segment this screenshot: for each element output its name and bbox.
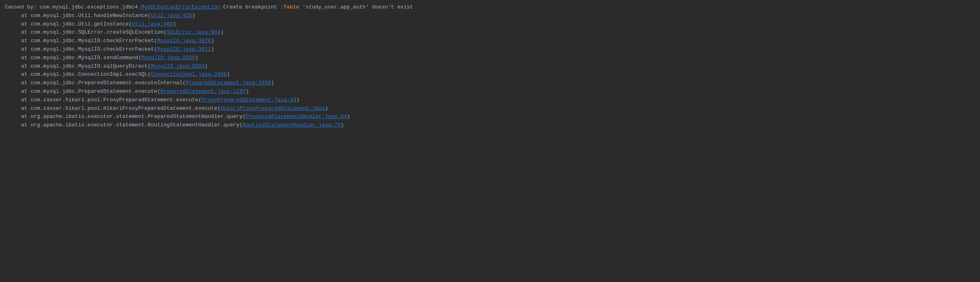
- frame-9-prefix: at com.mysql.jdbc.PreparedStatement.: [21, 88, 135, 96]
- frame-9-method: execute: [135, 88, 157, 96]
- frame-13-method: query: [224, 121, 239, 130]
- frame-5-method: sendCommand: [103, 54, 138, 62]
- create-breakpoint-separator: [220, 3, 224, 12]
- frame-5-open: (: [138, 54, 142, 62]
- frame-12-prefix: at org.apache.ibatis.executor.statement.…: [21, 113, 227, 121]
- frame-1-open: (: [129, 20, 132, 29]
- frame-11-method: execute: [195, 105, 217, 113]
- frame-4-prefix: at com.mysql.jdbc.MysqlIO.: [21, 45, 103, 54]
- stack-frame-2: at com.mysql.jdbc.SQLError.createSQLExce…: [5, 28, 975, 37]
- frame-0-close: ): [192, 12, 195, 20]
- frame-4-close: ): [211, 45, 214, 54]
- frame-10-link[interactable]: ProxyPreparedStatement.java:44: [202, 96, 297, 105]
- stack-frame-7: at com.mysql.jdbc.ConnectionImpl.execSQL…: [5, 70, 975, 79]
- frame-1-close: ): [173, 20, 176, 29]
- frame-0-prefix: at com.mysql.jdbc.Util.: [21, 12, 94, 20]
- frame-9-link[interactable]: PreparedStatement.java:1197: [160, 88, 246, 96]
- error-container: Caused by: com.mysql.jdbc.exceptions.jdb…: [5, 3, 975, 130]
- frame-1-prefix: at com.mysql.jdbc.Util.: [21, 20, 94, 29]
- stack-frame-11: at com.zaxxer.hikari.pool.HikariProxyPre…: [5, 105, 975, 113]
- frame-5-prefix: at com.mysql.jdbc.MysqlIO.: [21, 54, 103, 62]
- frame-7-close: ): [227, 70, 230, 79]
- frame-3-close: ): [211, 37, 214, 45]
- stack-frame-10: at com.zaxxer.hikari.pool.ProxyPreparedS…: [5, 96, 975, 105]
- frame-11-open: (: [217, 105, 221, 113]
- frame-7-prefix: at com.mysql.jdbc.ConnectionImpl.: [21, 70, 125, 79]
- caused-by-prefix: Caused by: com.mysql.jdbc.exceptions.jdb…: [5, 3, 141, 12]
- frame-6-method: sqlQueryDirect: [103, 62, 148, 71]
- stack-frame-1: at com.mysql.jdbc.Util.getInstance(Util.…: [5, 20, 975, 29]
- frame-13-close: ): [341, 121, 344, 130]
- frame-0-method: handleNewInstance: [94, 12, 148, 20]
- frame-13-prefix: at org.apache.ibatis.executor.statement.…: [21, 121, 224, 130]
- frame-4-open: (: [154, 45, 157, 54]
- stack-frame-3: at com.mysql.jdbc.MysqlIO.checkErrorPack…: [5, 37, 975, 45]
- frame-1-link[interactable]: Util.java:408: [132, 20, 173, 29]
- exception-class-link[interactable]: MySQLSyntaxErrorException: [141, 3, 220, 12]
- frame-10-close: ): [297, 96, 300, 105]
- frame-9-open: (: [157, 88, 160, 96]
- frame-10-prefix: at com.zaxxer.hikari.pool.ProxyPreparedS…: [21, 96, 176, 105]
- frame-7-method: execSQL: [125, 70, 148, 79]
- frame-4-link[interactable]: MysqlIO.java:3912: [157, 45, 211, 54]
- frame-3-open: (: [154, 37, 157, 45]
- stack-frame-9: at com.mysql.jdbc.PreparedStatement.exec…: [5, 88, 975, 96]
- caused-by-line: Caused by: com.mysql.jdbc.exceptions.jdb…: [5, 3, 975, 12]
- frame-1-method: getInstance: [94, 20, 129, 29]
- table-keyword: Table: [284, 3, 299, 12]
- error-message-part1: :: [277, 3, 284, 12]
- frame-13-link[interactable]: RoutingStatementHandler.java:79: [243, 121, 341, 130]
- frame-3-prefix: at com.mysql.jdbc.MysqlIO.: [21, 37, 103, 45]
- frame-2-prefix: at com.mysql.jdbc.SQLError.: [21, 28, 107, 37]
- stack-frame-6: at com.mysql.jdbc.MysqlIO.sqlQueryDirect…: [5, 62, 975, 71]
- frame-4-method: checkErrorPacket: [103, 45, 154, 54]
- frame-3-link[interactable]: MysqlIO.java:3976: [157, 37, 211, 45]
- stack-frame-4: at com.mysql.jdbc.MysqlIO.checkErrorPack…: [5, 45, 975, 54]
- frame-6-link[interactable]: MysqlIO.java:2683: [151, 62, 205, 71]
- create-breakpoint-button[interactable]: Create breakpoint: [223, 4, 277, 10]
- frame-11-prefix: at com.zaxxer.hikari.pool.HikariProxyPre…: [21, 105, 195, 113]
- frame-12-close: ): [347, 113, 350, 121]
- frame-13-open: (: [239, 121, 243, 130]
- frame-8-link[interactable]: PreparedStatement.java:1858: [186, 79, 271, 88]
- frame-12-open: (: [243, 113, 246, 121]
- frame-8-method: executeInternal: [135, 79, 183, 88]
- frame-6-prefix: at com.mysql.jdbc.MysqlIO.: [21, 62, 103, 71]
- frame-8-open: (: [183, 79, 186, 88]
- frame-0-open: (: [148, 12, 151, 20]
- frame-2-close: ): [221, 28, 224, 37]
- frame-8-close: ): [271, 79, 274, 88]
- frame-0-link[interactable]: Util.java:425: [151, 12, 192, 20]
- error-message-part2: 'study_user.app_auth' doesn't exist: [299, 3, 413, 12]
- frame-10-open: (: [198, 96, 202, 105]
- frame-2-method: createSQLException: [107, 28, 163, 37]
- stack-frame-5: at com.mysql.jdbc.MysqlIO.sendCommand(My…: [5, 54, 975, 62]
- frame-3-method: checkErrorPacket: [103, 37, 154, 45]
- frame-12-method: query: [227, 113, 243, 121]
- frame-6-open: (: [148, 62, 151, 71]
- frame-6-close: ): [205, 62, 208, 71]
- frame-2-link[interactable]: SQLError.java:944: [167, 28, 221, 37]
- frame-2-open: (: [163, 28, 167, 37]
- stack-frames: at com.mysql.jdbc.Util.handleNewInstance…: [5, 12, 975, 130]
- frame-11-link[interactable]: HikariProxyPreparedStatement.java: [221, 105, 325, 113]
- frame-7-link[interactable]: ConnectionImpl.java:2486: [151, 70, 227, 79]
- stack-frame-8: at com.mysql.jdbc.PreparedStatement.exec…: [5, 79, 975, 88]
- frame-10-method: execute: [176, 96, 198, 105]
- stack-frame-13: at org.apache.ibatis.executor.statement.…: [5, 121, 975, 130]
- frame-8-prefix: at com.mysql.jdbc.PreparedStatement.: [21, 79, 135, 88]
- frame-9-close: ): [246, 88, 249, 96]
- stack-frame-0: at com.mysql.jdbc.Util.handleNewInstance…: [5, 12, 975, 20]
- stack-frame-12: at org.apache.ibatis.executor.statement.…: [5, 113, 975, 121]
- frame-5-link[interactable]: MysqlIO.java:2530: [141, 54, 195, 62]
- frame-12-link[interactable]: PreparedStatementHandler.java:64: [246, 113, 347, 121]
- frame-11-close: ): [325, 105, 328, 113]
- frame-5-close: ): [195, 54, 198, 62]
- frame-7-open: (: [148, 70, 151, 79]
